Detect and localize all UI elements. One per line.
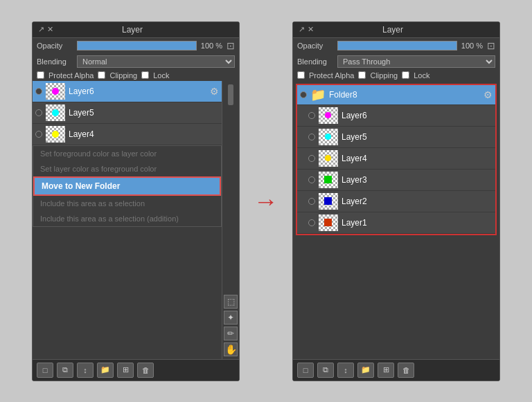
right-layer1-radio[interactable]: [308, 219, 315, 226]
left-tool-hand[interactable]: ✋: [224, 342, 238, 356]
right-folder8-item[interactable]: 📁 Folder8 ⚙: [297, 85, 495, 105]
left-layer5-item[interactable]: Layer5: [33, 102, 222, 124]
left-layer4-radio[interactable]: [35, 131, 42, 138]
right-layer3-radio[interactable]: [308, 176, 315, 183]
right-panel-title-text: Layer: [314, 25, 472, 35]
right-protect-alpha-checkbox[interactable]: [297, 71, 305, 79]
left-copy-layer-btn[interactable]: ⧉: [57, 363, 73, 378]
right-layer5-radio[interactable]: [308, 134, 315, 140]
left-tool-magic[interactable]: ✦: [224, 311, 238, 325]
right-checkboxes-row: Protect Alpha Clipping Lock: [293, 70, 499, 81]
right-opacity-icon[interactable]: ⊡: [487, 40, 495, 51]
right-blending-select[interactable]: Pass Through: [337, 55, 495, 68]
right-layer4-dot: [325, 155, 331, 161]
left-panel-title-text: Layer: [53, 25, 211, 35]
left-lock-checkbox[interactable]: [141, 71, 149, 79]
left-ctx-set-layer[interactable]: Set layer color as foreground color: [33, 161, 221, 176]
left-layers-list: Layer6 ⚙ Layer5: [33, 81, 222, 145]
left-clipping-checkbox[interactable]: [98, 71, 105, 79]
right-arrow-btn[interactable]: ↕: [337, 363, 354, 378]
left-main-area: Layer6 ⚙ Layer5: [33, 81, 239, 359]
right-layer6-radio[interactable]: [308, 112, 315, 119]
left-layer5-dot: [52, 109, 59, 116]
left-opacity-value: 100 %: [201, 42, 222, 50]
arrow-symbol: →: [254, 187, 278, 216]
right-layer4-thumb: [319, 150, 338, 167]
left-layer5-radio[interactable]: [35, 109, 42, 116]
right-layer3-name: Layer3: [342, 175, 493, 185]
arrow-indicator: →: [254, 187, 278, 216]
left-layer4-name: Layer4: [69, 129, 219, 139]
right-folder8-radio[interactable]: [300, 91, 307, 98]
right-folder8-gear[interactable]: ⚙: [484, 89, 493, 100]
left-blending-select[interactable]: Normal: [77, 55, 235, 68]
left-ctx-move-folder[interactable]: Move to New Folder: [33, 176, 221, 196]
right-panel-title-icons: ↗ ✕: [299, 25, 314, 34]
left-tool-marquee[interactable]: ⬚: [224, 295, 238, 309]
right-layer4-name: Layer4: [342, 154, 493, 163]
right-layer6-name: Layer6: [342, 111, 493, 120]
right-lock-checkbox[interactable]: [402, 71, 409, 79]
right-layer3-square: [324, 176, 332, 183]
left-folder-btn[interactable]: 📁: [97, 363, 114, 378]
right-layer1-thumb: [319, 214, 338, 231]
left-opacity-icon[interactable]: ⊡: [227, 40, 235, 51]
right-layer1-name: Layer1: [342, 218, 493, 228]
left-lock-label: Lock: [153, 71, 169, 80]
left-merge-btn[interactable]: ⊞: [117, 363, 134, 378]
right-layer4-item[interactable]: Layer4: [297, 148, 495, 170]
right-export-icon[interactable]: ↗: [299, 25, 305, 34]
close-icon[interactable]: ✕: [47, 25, 53, 34]
right-folder-container: 📁 Folder8 ⚙ Layer6: [296, 84, 497, 235]
right-opacity-bar[interactable]: [337, 41, 457, 51]
right-new-layer-btn[interactable]: □: [297, 363, 314, 378]
right-layer6-item[interactable]: Layer6: [297, 105, 495, 127]
right-layer1-square: [324, 219, 332, 226]
left-panel-title-icons: ↗ ✕: [38, 25, 53, 34]
left-scroll-thumb[interactable]: [228, 84, 233, 105]
right-clipping-checkbox[interactable]: [358, 71, 366, 79]
right-panel: ↗ ✕ Layer Opacity 100 % ⊡ Blending Pass …: [292, 21, 500, 381]
right-copy-layer-btn[interactable]: ⧉: [317, 363, 334, 378]
left-ctx-selection-add: Include this area as a selection (additi…: [33, 211, 221, 226]
left-ctx-set-fg[interactable]: Set foreground color as layer color: [33, 146, 221, 161]
right-protect-alpha-label: Protect Alpha: [309, 71, 354, 80]
left-layer6-radio[interactable]: [35, 88, 42, 95]
right-layer6-thumb: [319, 107, 338, 124]
right-layer4-radio[interactable]: [308, 155, 315, 162]
export-icon[interactable]: ↗: [38, 25, 44, 34]
left-ctx-selection: Include this area as a selection: [33, 196, 221, 211]
left-delete-btn[interactable]: 🗑: [137, 363, 154, 378]
right-folder-btn[interactable]: 📁: [357, 363, 374, 378]
left-tool-pencil[interactable]: ✏: [224, 327, 238, 340]
right-layer5-thumb: [319, 129, 338, 145]
right-layers-area: 📁 Folder8 ⚙ Layer6: [293, 81, 499, 359]
right-layer2-name: Layer2: [342, 197, 493, 206]
left-protect-alpha-checkbox[interactable]: [37, 71, 44, 79]
left-blending-label: Blending: [37, 57, 73, 66]
right-empty-area: [293, 238, 499, 359]
right-opacity-row: Opacity 100 % ⊡: [293, 38, 499, 53]
left-clipping-label: Clipping: [109, 71, 137, 80]
right-layer2-item[interactable]: Layer2: [297, 191, 495, 212]
left-layer6-item[interactable]: Layer6 ⚙: [33, 81, 222, 102]
right-layer2-radio[interactable]: [308, 198, 315, 205]
right-close-icon[interactable]: ✕: [308, 25, 314, 34]
left-layers-and-menu: Layer6 ⚙ Layer5: [33, 81, 222, 359]
left-opacity-bar[interactable]: [77, 41, 197, 51]
left-panel: ↗ ✕ Layer Opacity 100 % ⊡ Blending Norma…: [32, 21, 240, 381]
left-protect-alpha-label: Protect Alpha: [48, 71, 94, 80]
left-layer4-item[interactable]: Layer4: [33, 124, 222, 145]
right-layer2-thumb: [319, 193, 338, 210]
left-layer6-gear[interactable]: ⚙: [210, 86, 219, 97]
left-blending-row: Blending Normal: [33, 53, 239, 70]
right-layer5-item[interactable]: Layer5: [297, 127, 495, 148]
right-layer5-dot: [325, 134, 331, 140]
right-delete-btn[interactable]: 🗑: [398, 363, 414, 378]
left-arrow-btn[interactable]: ↕: [77, 363, 94, 378]
right-layer3-item[interactable]: Layer3: [297, 170, 495, 191]
right-merge-btn[interactable]: ⊞: [378, 363, 394, 378]
right-layer1-item[interactable]: Layer1: [297, 212, 495, 234]
left-new-layer-btn[interactable]: □: [37, 363, 53, 378]
left-checkboxes-row: Protect Alpha Clipping Lock: [33, 70, 239, 81]
